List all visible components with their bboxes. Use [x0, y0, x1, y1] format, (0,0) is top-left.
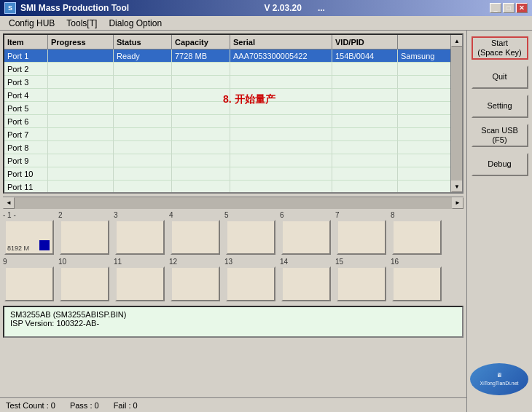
port-label: 16	[391, 258, 399, 266]
table-scrollbar: ▲ ▼	[450, 35, 462, 192]
setting-button[interactable]: Setting	[472, 95, 528, 118]
port-cell: 15	[335, 258, 388, 301]
port-label: 7	[335, 211, 340, 219]
app-version: V 2.03.20	[265, 3, 302, 13]
port-label: 4	[169, 211, 173, 219]
menu-bar: Config HUB Tools[T] Dialog Option	[0, 16, 532, 31]
port-label: 2	[58, 211, 63, 219]
port-label: 14	[280, 258, 288, 266]
port-info: 8192 M	[7, 245, 29, 252]
table-container: Item Progress Status Capacity Serial VID…	[3, 33, 463, 194]
close-button[interactable]: ✕	[516, 3, 528, 13]
table-row[interactable]: Port 10	[4, 167, 462, 181]
port-label: 6	[280, 211, 284, 219]
debug-button[interactable]: Debug	[472, 153, 528, 176]
scroll-up[interactable]: ▲	[451, 35, 463, 47]
scroll-down[interactable]: ▼	[451, 181, 463, 192]
table-row[interactable]: Port 8	[4, 141, 462, 154]
port-cell: - 1 -8192 M	[3, 211, 55, 255]
port-blue-indicator	[39, 240, 50, 250]
pass-count: Pass : 0	[70, 401, 99, 410]
port-box[interactable]	[337, 220, 386, 255]
app-icon: S	[4, 2, 16, 14]
port-cell: 7	[335, 211, 388, 255]
info-box: SM3255AB (SM3255ABISP.BIN) ISP Version: …	[3, 306, 463, 338]
col-vidpid: VID/PID	[332, 35, 398, 49]
right-panel: Start (Space Key) Quit Setting Scan USB …	[466, 31, 532, 412]
fail-count: Fail : 0	[114, 401, 138, 410]
port-cell: 4	[169, 211, 222, 255]
port-box[interactable]	[281, 220, 331, 255]
port-box[interactable]	[281, 266, 331, 301]
start-button[interactable]: Start (Space Key)	[472, 36, 528, 60]
port-label: 5	[224, 211, 229, 219]
menu-config-hub[interactable]: Config HUB	[3, 17, 60, 30]
table-row[interactable]: Port 1 Ready 7728 MB AAA7053300005422 15…	[4, 49, 462, 63]
port-box[interactable]	[226, 266, 275, 301]
test-count: Test Count : 0	[6, 401, 55, 410]
port-row-2: 910111213141516	[3, 258, 463, 301]
scan-usb-button[interactable]: Scan USB (F5)	[472, 124, 528, 147]
h-scroll-track	[15, 197, 452, 209]
table-body: Port 1 Ready 7728 MB AAA7053300005422 15…	[4, 49, 462, 192]
port-box[interactable]	[4, 266, 54, 301]
port-label: 11	[114, 258, 122, 266]
scroll-right[interactable]: ►	[452, 197, 463, 209]
port-label: 9	[3, 258, 7, 266]
left-panel: Item Progress Status Capacity Serial VID…	[0, 31, 466, 412]
port-box[interactable]	[392, 220, 442, 255]
port-cell: 6	[280, 211, 332, 255]
port-cell: 12	[169, 258, 222, 301]
port-box[interactable]	[171, 266, 220, 301]
port-box[interactable]	[337, 266, 386, 301]
port-cell: 14	[280, 258, 332, 301]
status-bar: Test Count : 0 Pass : 0 Fail : 0	[0, 397, 466, 412]
port-box[interactable]	[226, 220, 275, 255]
menu-dialog-option[interactable]: Dialog Option	[103, 17, 168, 30]
watermark-text: XiTongTianDi.net	[480, 380, 518, 387]
port-cell: 16	[391, 258, 443, 301]
port-cell: 8	[391, 211, 443, 255]
port-cell: 3	[114, 211, 166, 255]
title-text: S SMI Mass Production Tool V 2.03.20 ...	[4, 2, 325, 14]
table-row[interactable]: Port 11	[4, 181, 462, 192]
app-dots: ...	[318, 3, 325, 13]
maximize-button[interactable]: □	[503, 3, 515, 13]
app-title: SMI Mass Production Tool	[20, 3, 129, 13]
table-row[interactable]: Port 9	[4, 154, 462, 167]
title-bar: S SMI Mass Production Tool V 2.03.20 ...…	[0, 0, 532, 16]
port-box[interactable]	[60, 266, 109, 301]
quit-button[interactable]: Quit	[472, 66, 528, 89]
table-header: Item Progress Status Capacity Serial VID…	[4, 35, 462, 49]
port-box[interactable]: 8192 M	[4, 220, 54, 255]
port-box[interactable]	[60, 220, 109, 255]
menu-tools[interactable]: Tools[T]	[60, 17, 103, 30]
col-serial: Serial	[230, 35, 332, 49]
col-item: Item	[4, 35, 48, 49]
port-cell: 2	[58, 211, 111, 255]
table-row[interactable]: Port 7	[4, 128, 462, 141]
port-cell: 9	[3, 258, 55, 301]
col-capacity: Capacity	[172, 35, 230, 49]
port-label: 3	[114, 211, 118, 219]
col-status: Status	[114, 35, 172, 49]
main-content: Item Progress Status Capacity Serial VID…	[0, 31, 532, 412]
port-box[interactable]	[392, 266, 442, 301]
minimize-button[interactable]: _	[490, 3, 501, 13]
port-box[interactable]	[171, 220, 220, 255]
table-row[interactable]: Port 6	[4, 115, 462, 128]
port-box[interactable]	[115, 220, 165, 255]
info-line1: SM3255AB (SM3255ABISP.BIN)	[10, 310, 456, 319]
table-row[interactable]: Port 2	[4, 63, 462, 76]
table-message: 8. 开始量产	[223, 93, 275, 106]
port-cell: 10	[58, 258, 111, 301]
info-line2: ISP Version: 100322-AB-	[10, 319, 456, 328]
col-progress: Progress	[48, 35, 114, 49]
scroll-left[interactable]: ◄	[3, 197, 15, 209]
port-label: 8	[391, 211, 395, 219]
port-label: 13	[224, 258, 232, 266]
port-label: 15	[335, 258, 343, 266]
scroll-track	[451, 47, 462, 181]
port-box[interactable]	[115, 266, 165, 301]
table-row[interactable]: Port 3	[4, 76, 462, 89]
